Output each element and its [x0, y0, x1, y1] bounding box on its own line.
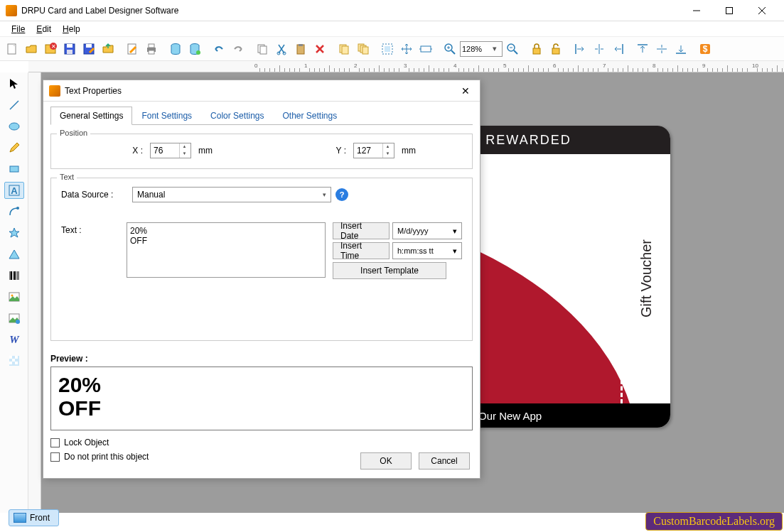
x-label: X : [107, 146, 143, 156]
dialog-icon [49, 85, 60, 97]
text-properties-dialog: Text Properties ✕ General Settings Font … [43, 80, 480, 479]
page-tabs: Front [9, 506, 59, 529]
svg-rect-27 [342, 46, 348, 54]
align-middle-icon[interactable] [653, 40, 671, 58]
arc-tool-icon[interactable] [4, 203, 24, 220]
ellipse-tool-icon[interactable] [4, 118, 24, 135]
rectangle-tool-icon[interactable] [4, 161, 24, 178]
text-input[interactable] [127, 222, 326, 278]
ok-button[interactable]: OK [360, 452, 412, 469]
redo-icon[interactable] [229, 40, 247, 58]
paste-icon[interactable] [291, 40, 310, 58]
svg-rect-16 [149, 50, 154, 54]
export-icon[interactable] [99, 40, 117, 58]
dialog-titlebar[interactable]: Text Properties ✕ [43, 80, 480, 102]
unlock-icon[interactable] [547, 40, 565, 58]
align-left-icon[interactable] [571, 40, 589, 58]
svg-point-56 [16, 207, 19, 210]
svg-rect-21 [260, 46, 267, 54]
vertical-ruler [28, 72, 41, 513]
tab-other-settings[interactable]: Other Settings [273, 107, 346, 125]
wordart-tool-icon[interactable]: W [4, 331, 24, 348]
insert-template-button[interactable]: Insert Template [333, 262, 446, 279]
text-group: Text Data Source : Manual▾ ? Text : Inse… [50, 178, 473, 341]
align-top-icon[interactable] [633, 40, 652, 58]
svg-rect-41 [533, 48, 540, 54]
datasource-combo[interactable]: Manual▾ [132, 187, 331, 202]
delete-icon[interactable] [311, 40, 329, 58]
zoom-in-icon[interactable] [441, 40, 459, 58]
time-format-combo[interactable]: h:mm:ss tt▾ [392, 242, 462, 259]
svg-rect-32 [385, 46, 390, 52]
new-icon[interactable] [3, 40, 21, 58]
image2-tool-icon[interactable] [4, 310, 24, 327]
date-format-combo[interactable]: M/d/yyyy▾ [392, 222, 462, 239]
line-tool-icon[interactable] [4, 97, 24, 114]
save-icon[interactable] [60, 40, 79, 58]
tab-color-settings[interactable]: Color Settings [201, 107, 273, 125]
svg-rect-10 [67, 50, 73, 54]
svg-point-19 [196, 50, 200, 55]
y-input[interactable]: ▲▼ [353, 143, 394, 158]
edit-doc-icon[interactable] [123, 40, 141, 58]
close-file-icon[interactable]: ✕ [41, 40, 60, 58]
no-print-label: Do not print this object [64, 452, 149, 462]
price-icon[interactable]: $ [696, 40, 714, 58]
lock-icon[interactable] [527, 40, 546, 58]
svg-rect-69 [9, 356, 12, 359]
open-icon[interactable] [22, 40, 41, 58]
pencil-tool-icon[interactable] [4, 139, 24, 156]
page-icon [14, 513, 26, 523]
help-icon[interactable]: ? [335, 188, 348, 201]
minimize-button[interactable] [680, 0, 713, 21]
close-button[interactable] [746, 0, 778, 21]
print-icon[interactable] [142, 40, 161, 58]
duplicate-icon[interactable] [335, 40, 353, 58]
preview-box: 20%OFF [50, 367, 473, 430]
maximize-button[interactable] [713, 0, 746, 21]
insert-time-button[interactable]: Insert Time [333, 242, 390, 259]
horizontal-ruler: 012345678910 [28, 61, 784, 72]
image-tool-icon[interactable] [4, 288, 24, 305]
triangle-tool-icon[interactable] [4, 246, 24, 263]
align-center-h-icon[interactable] [590, 40, 608, 58]
move-icon[interactable] [397, 40, 416, 58]
svg-rect-30 [363, 47, 368, 54]
menu-edit[interactable]: Edit [31, 23, 57, 36]
cancel-button[interactable]: Cancel [419, 452, 470, 469]
x-input[interactable]: ▲▼ [150, 143, 191, 158]
svg-text:W: W [9, 334, 20, 345]
align-right-icon[interactable] [609, 40, 628, 58]
pattern-tool-icon[interactable] [4, 352, 24, 369]
dialog-close-button[interactable]: ✕ [457, 82, 474, 99]
svg-point-52 [9, 123, 19, 130]
database-edit-icon[interactable] [186, 40, 204, 58]
tab-general-settings[interactable]: General Settings [50, 107, 132, 125]
undo-icon[interactable] [210, 40, 228, 58]
align-bottom-icon[interactable] [672, 40, 690, 58]
save-as-icon[interactable] [80, 40, 98, 58]
dialog-tabs: General Settings Font Settings Color Set… [50, 106, 473, 125]
database-icon[interactable] [166, 40, 185, 58]
zoom-level-input[interactable]: ▾ [460, 41, 503, 57]
pointer-tool-icon[interactable] [4, 75, 24, 92]
page-tab-front[interactable]: Front [9, 509, 59, 526]
cut-icon[interactable] [272, 40, 291, 58]
duplicate2-icon[interactable] [354, 40, 372, 58]
copy-icon[interactable] [253, 40, 272, 58]
svg-point-66 [16, 320, 20, 324]
svg-rect-12 [86, 44, 92, 48]
menu-file[interactable]: File [6, 23, 31, 36]
zoom-out-icon[interactable] [503, 40, 522, 58]
resize-icon[interactable] [417, 40, 435, 58]
select-all-icon[interactable] [378, 40, 397, 58]
lock-object-checkbox[interactable] [50, 438, 60, 447]
star-tool-icon[interactable] [4, 224, 24, 241]
tab-font-settings[interactable]: Font Settings [132, 107, 201, 125]
menu-help[interactable]: Help [57, 23, 86, 36]
card-voucher-stub: Gift Voucher [621, 154, 670, 403]
no-print-checkbox[interactable] [50, 452, 60, 462]
barcode-tool-icon[interactable] [4, 267, 24, 284]
text-tool-icon[interactable]: A [4, 182, 24, 199]
insert-date-button[interactable]: Insert Date [333, 222, 390, 239]
